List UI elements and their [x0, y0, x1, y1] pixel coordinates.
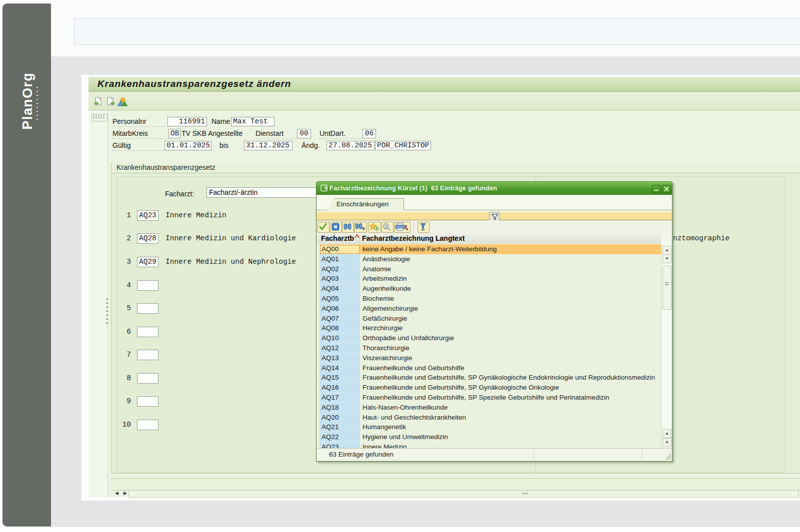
svg-text:?: ? — [384, 224, 388, 229]
